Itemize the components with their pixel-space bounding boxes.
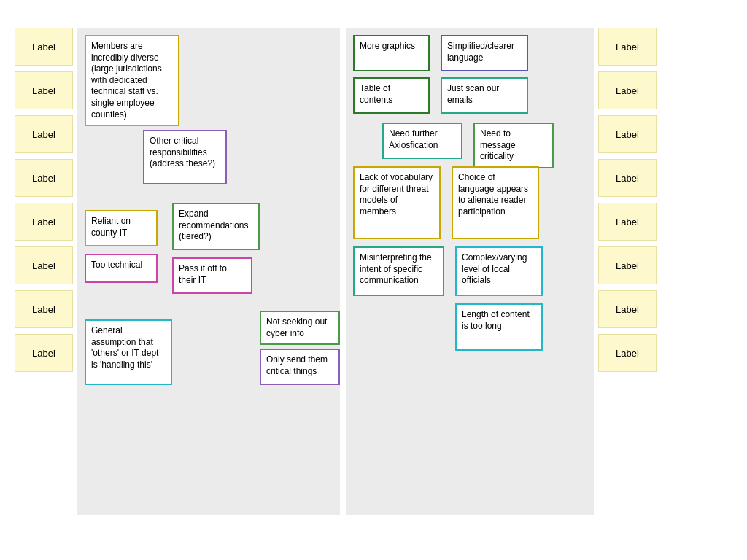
label-right-7: Label (598, 334, 657, 372)
choice-language: Choice of language appears to alienate r… (452, 166, 539, 239)
canvas-right: More graphicsSimplified/clearer language… (346, 28, 594, 515)
members-diverse: Members are incredibly diverse (large ju… (85, 35, 179, 126)
canvas-left: Members are incredibly diverse (large ju… (77, 28, 340, 515)
page: LabelLabelLabelLabelLabelLabelLabelLabel… (0, 0, 747, 560)
left-panel: LabelLabelLabelLabelLabelLabelLabelLabel… (15, 28, 340, 515)
right-panel: More graphicsSimplified/clearer language… (346, 28, 657, 515)
length-too-long: Length of content is too long (455, 303, 543, 351)
simplified-language: Simplified/clearer language (441, 35, 528, 71)
misinterpreting: Misinterpreting the intent of specific c… (353, 246, 444, 296)
general-assumption: General assumption that 'others' or IT d… (85, 319, 172, 385)
other-critical: Other critical responsibilities (address… (143, 130, 227, 184)
just-scan: Just scan our emails (441, 77, 528, 114)
label-left-3: Label (15, 159, 73, 197)
not-seeking: Not seeking out cyber info (260, 311, 340, 345)
label-right-5: Label (598, 246, 657, 284)
label-left-5: Label (15, 246, 73, 284)
expand-recommendations: Expand recommendations (tiered?) (172, 203, 260, 250)
label-left-4: Label (15, 203, 73, 241)
labels-col-right: LabelLabelLabelLabelLabelLabelLabelLabel (598, 28, 657, 515)
complex-varying: Complex/varying level of local officials (455, 246, 543, 296)
label-right-2: Label (598, 115, 657, 153)
label-right-0: Label (598, 28, 657, 66)
need-to-message: Need to message criticality (473, 122, 554, 168)
reliant-county: Reliant on county IT (85, 210, 158, 246)
main-area: LabelLabelLabelLabelLabelLabelLabelLabel… (15, 28, 732, 515)
label-left-0: Label (15, 28, 73, 66)
label-right-6: Label (598, 290, 657, 328)
more-graphics: More graphics (353, 35, 430, 71)
need-further-axiosfication: Need further Axiosfication (382, 122, 462, 159)
only-send: Only send them critical things (260, 349, 340, 385)
label-right-1: Label (598, 71, 657, 109)
labels-col-left: LabelLabelLabelLabelLabelLabelLabelLabel (15, 28, 73, 515)
pass-it-off: Pass it off to their IT (172, 257, 252, 294)
label-left-1: Label (15, 71, 73, 109)
lack-vocabulary: Lack of vocabulary for different threat … (353, 166, 441, 239)
label-left-6: Label (15, 290, 73, 328)
label-right-4: Label (598, 203, 657, 241)
label-left-7: Label (15, 334, 73, 372)
label-right-3: Label (598, 159, 657, 197)
label-left-2: Label (15, 115, 73, 153)
too-technical: Too technical (85, 254, 158, 283)
table-of-contents: Table of contents (353, 77, 430, 114)
